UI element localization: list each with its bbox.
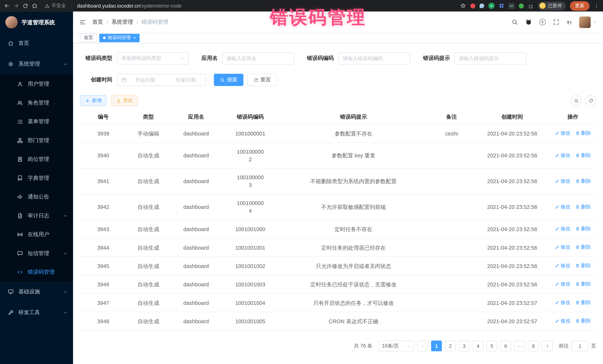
goto-page-input[interactable] — [571, 341, 588, 351]
error-type-select[interactable]: 请选择错误码类型 — [117, 52, 189, 65]
delete-link[interactable]: 删除 — [575, 203, 591, 210]
reload-icon[interactable] — [22, 3, 28, 9]
sidebar-item-audit-log[interactable]: 审计日志 — [0, 206, 73, 225]
cell-id: 3944 — [80, 238, 126, 256]
extensions-puzzle-icon[interactable] — [528, 3, 534, 9]
page-button-1[interactable]: 1 — [431, 341, 442, 351]
browser-menu-icon[interactable]: ⋮ — [594, 3, 599, 9]
sidebar-item-notice[interactable]: 通知公告 — [0, 187, 73, 206]
back-icon[interactable] — [4, 3, 10, 9]
profile-paused-chip[interactable]: 已暂停 — [538, 1, 566, 10]
edit-link[interactable]: 修改 — [555, 225, 570, 232]
page-button-3[interactable]: 3 — [459, 341, 470, 351]
add-button[interactable]: 新增 — [80, 95, 106, 106]
error-code-field[interactable] — [338, 52, 410, 65]
tab-error-code[interactable]: 错误码管理 × — [99, 33, 140, 42]
edit-link[interactable]: 修改 — [555, 262, 570, 269]
edit-link[interactable]: 修改 — [555, 299, 570, 306]
hamburger-icon[interactable] — [79, 19, 86, 25]
edit-link[interactable]: 修改 — [555, 177, 570, 185]
sidebar-item-sms[interactable]: 短信管理 — [0, 244, 73, 263]
date-range-picker[interactable]: - — [117, 74, 206, 86]
sidebar-item-error-code[interactable]: 错误码管理 — [0, 263, 73, 282]
sidebar-item-roles[interactable]: 角色管理 — [0, 93, 73, 112]
edit-link[interactable]: 修改 — [555, 129, 570, 137]
delete-link[interactable]: 删除 — [575, 151, 591, 159]
extension-green-icon[interactable] — [519, 3, 524, 8]
search-button[interactable]: 搜索 — [214, 74, 244, 86]
export-button-label: 导出 — [123, 97, 133, 104]
export-button[interactable]: 导出 — [111, 95, 138, 106]
bookmark-star-icon[interactable] — [460, 3, 466, 9]
delete-link[interactable]: 删除 — [575, 129, 591, 137]
edit-link[interactable]: 修改 — [555, 243, 570, 251]
error-msg-field[interactable] — [454, 52, 527, 65]
sidebar-item-system[interactable]: 系统管理 — [0, 54, 73, 75]
start-date-input[interactable] — [129, 77, 162, 83]
delete-link[interactable]: 删除 — [575, 177, 591, 185]
error-code-input[interactable] — [343, 55, 406, 61]
edit-link[interactable]: 修改 — [555, 280, 570, 288]
delete-link[interactable]: 删除 — [575, 262, 591, 269]
font-size-icon[interactable]: тT — [567, 19, 572, 25]
security-chip[interactable]: 不安全 — [45, 2, 66, 9]
fullscreen-icon[interactable] — [553, 19, 559, 25]
search-icon[interactable] — [511, 19, 518, 25]
extension-green-v-icon[interactable]: v — [488, 3, 494, 9]
sidebar-item-online-users[interactable]: 在线用户 — [0, 225, 73, 244]
edit-link[interactable]: 修改 — [555, 151, 570, 159]
user-menu[interactable] — [579, 16, 597, 28]
chevron-down-icon — [63, 213, 68, 218]
app-shell: 芋道管理系统 首页 系统管理 用户管理 角色管理 — [0, 11, 603, 364]
sidebar-item-dev-tools[interactable]: 研发工具 — [0, 302, 73, 323]
delete-link[interactable]: 删除 — [575, 243, 591, 251]
tab-home[interactable]: 首页 — [80, 33, 97, 42]
delete-link[interactable]: 删除 — [575, 299, 591, 306]
edit-link[interactable]: 修改 — [555, 203, 570, 210]
home-icon[interactable] — [32, 3, 38, 9]
reset-button[interactable]: 重置 — [247, 74, 277, 86]
sidebar-item-posts[interactable]: 岗位管理 — [0, 150, 73, 169]
sidebar-item-infrastructure[interactable]: 基础设施 — [0, 282, 73, 302]
delete-link[interactable]: 删除 — [575, 317, 591, 325]
page-button-5[interactable]: 5 — [487, 341, 497, 351]
page-button-8[interactable]: 8 — [528, 341, 539, 351]
forward-icon[interactable] — [13, 3, 19, 9]
page-button-2[interactable]: 2 — [445, 341, 456, 351]
delete-link[interactable]: 删除 — [575, 280, 591, 288]
sidebar-item-menus[interactable]: 菜单管理 — [0, 112, 73, 131]
browser-update-button[interactable]: 更新 — [570, 1, 590, 11]
extension-on-icon[interactable]: on — [508, 3, 514, 9]
sidebar-item-departments[interactable]: 部门管理 — [0, 131, 73, 150]
extension-drop-icon[interactable] — [480, 3, 484, 8]
extension-grid-icon[interactable] — [499, 3, 504, 9]
edit-link[interactable]: 修改 — [555, 317, 570, 325]
show-search-button[interactable] — [571, 95, 581, 106]
sidebar-item-dict[interactable]: 字典管理 — [0, 168, 73, 187]
security-label: 不安全 — [52, 2, 66, 9]
more-pages-button[interactable]: ··· — [514, 341, 525, 351]
address-bar[interactable]: dashboard.yudao.iocoder.cn/system/error-… — [77, 3, 182, 9]
sidebar-logo[interactable]: 芋道管理系统 — [0, 11, 73, 33]
breadcrumb-item-home[interactable]: 首页 — [92, 19, 103, 25]
prev-page-button[interactable] — [417, 341, 428, 351]
next-page-button[interactable] — [542, 341, 553, 351]
extension-red-icon[interactable] — [470, 3, 475, 8]
cell-time: 2021-04-20 23:52:56 — [475, 124, 550, 143]
app-name-input[interactable] — [227, 55, 290, 61]
end-date-input[interactable] — [169, 77, 202, 83]
github-icon[interactable] — [525, 19, 532, 25]
delete-link[interactable]: 删除 — [575, 225, 591, 232]
cell-type: 自动生成 — [126, 257, 170, 275]
close-icon[interactable]: × — [133, 36, 136, 40]
refresh-table-button[interactable] — [585, 95, 596, 106]
page-size-select[interactable]: 10条/页 — [379, 341, 414, 351]
breadcrumb-item-system[interactable]: 系统管理 — [112, 19, 133, 25]
page-button-6[interactable]: 6 — [500, 341, 511, 351]
sidebar-item-home[interactable]: 首页 — [0, 33, 73, 54]
sidebar-item-users[interactable]: 用户管理 — [0, 75, 73, 93]
page-button-4[interactable]: 4 — [473, 341, 483, 351]
app-name-field[interactable] — [222, 52, 294, 65]
help-icon[interactable]: ? — [539, 19, 545, 25]
error-msg-input[interactable] — [459, 55, 522, 61]
